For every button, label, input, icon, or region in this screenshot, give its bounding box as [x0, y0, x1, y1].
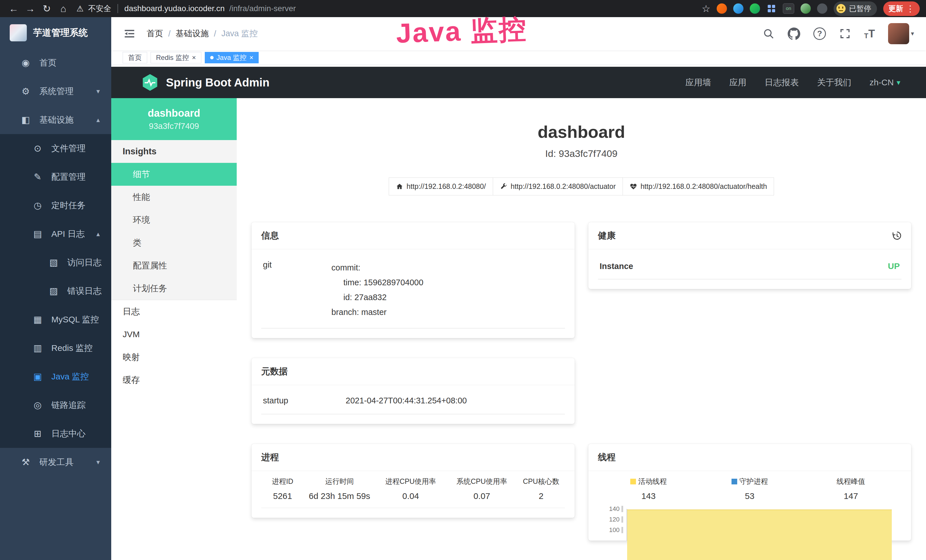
y-tick: 120 [609, 516, 623, 523]
service-url-button[interactable]: http://192.168.0.2:48080/ [389, 177, 493, 195]
breadcrumb-home[interactable]: 首页 [147, 28, 163, 39]
tools-icon: ⚒ [20, 457, 31, 468]
instance-id: 93a3fc7f7409 [149, 121, 199, 131]
sidebar-item-infra[interactable]: ◧ 基础设施 ▴ [0, 106, 111, 134]
metadata-card: 元数据 startup 2021-04-27T00:44:31.254+08:0… [251, 358, 575, 424]
infrastructure-icon: ◧ [20, 114, 31, 125]
warning-icon: ⚠ [76, 4, 83, 14]
sidebar-item-file-management[interactable]: ⊙ 文件管理 [0, 134, 111, 163]
help-icon[interactable]: ? [813, 27, 826, 40]
instance-links: http://192.168.0.2:48080/ http://192.168… [251, 177, 911, 195]
health-instance-label: Instance [600, 262, 633, 271]
address-bar[interactable]: ⚠ 不安全 dashboard.yudao.iocoder.cn/infra/a… [76, 3, 700, 14]
sba-nav-details[interactable]: 细节 [111, 163, 237, 186]
paused-badge[interactable]: 已暂停 [834, 2, 877, 16]
sidebar-item-api-logs[interactable]: ▤ API 日志 ▴ [0, 219, 111, 248]
log-center-icon: ⊞ [32, 428, 43, 439]
sba-nav-logs[interactable]: 日志 [111, 300, 237, 323]
legend-label: 活动线程 [638, 477, 667, 486]
sidebar-item-redis-monitor[interactable]: ▥ Redis 监控 [0, 334, 111, 362]
home-icon [396, 183, 403, 190]
sidebar-item-scheduled-jobs[interactable]: ◷ 定时任务 [0, 191, 111, 219]
font-size-icon[interactable]: TT [864, 28, 875, 40]
database-icon: ▦ [32, 314, 43, 325]
browser-home-button[interactable]: ⌂ [56, 1, 71, 16]
search-icon[interactable] [763, 28, 775, 40]
extension-on-badge[interactable]: on [783, 3, 794, 14]
sidebar-item-dev-tools[interactable]: ⚒ 研发工具 ▾ [0, 448, 111, 477]
sba-link-applications[interactable]: 应用 [729, 77, 746, 88]
sba-nav-config-props[interactable]: 配置属性 [111, 254, 237, 277]
extension-icon-2[interactable] [733, 3, 743, 14]
sba-nav-caches[interactable]: 缓存 [111, 369, 237, 391]
sidebar-item-label: 首页 [39, 57, 56, 69]
url-path: /infra/admin-server [229, 4, 296, 13]
bookmark-star-icon[interactable]: ☆ [702, 3, 710, 14]
sba-title: Spring Boot Admin [166, 76, 269, 89]
sba-link-journal[interactable]: 日志报表 [764, 77, 799, 88]
sidebar-item-mysql-monitor[interactable]: ▦ MySQL 监控 [0, 305, 111, 334]
app-sidebar: 芋道管理系统 ◉ 首页 ⚙ 系统管理 ▾ ◧ 基础设施 ▴ ⊙ 文件管理 ✎ 配… [0, 17, 111, 560]
fullscreen-icon[interactable] [839, 28, 851, 40]
git-commit-time: time: 1596289704000 [331, 275, 424, 290]
column-header: 系统CPU使用率 [446, 471, 517, 488]
sba-nav-environment[interactable]: 环境 [111, 209, 237, 232]
column-header: CPU核心数 [517, 471, 565, 488]
sidebar-item-java-monitor[interactable]: ▣ Java 监控 [0, 362, 111, 391]
extension-icon-1[interactable] [717, 3, 727, 14]
sidebar-item-tracing[interactable]: ◎ 链路追踪 [0, 391, 111, 419]
reload-button[interactable]: ↻ [39, 1, 54, 16]
tab-home[interactable]: 首页 [123, 52, 147, 64]
sba-content: dashboard Id: 93a3fc7f7409 http://192.16… [237, 98, 926, 560]
github-icon[interactable] [788, 27, 800, 40]
sidebar-item-label: API 日志 [51, 228, 85, 240]
user-menu[interactable]: ▾ [888, 23, 914, 44]
tab-redis-monitor[interactable]: Redis 监控 × [151, 52, 201, 64]
card-title: 健康 [598, 230, 616, 242]
sidebar-item-access-logs[interactable]: ▧ 访问日志 [0, 248, 111, 277]
legend-live: 活动线程 [598, 471, 699, 488]
sba-link-wallboard[interactable]: 应用墙 [685, 77, 711, 88]
update-label: 更新 [888, 4, 903, 14]
clock-icon: ◷ [32, 200, 43, 211]
sidebar-item-label: 文件管理 [51, 143, 86, 154]
sba-nav-mappings[interactable]: 映射 [111, 346, 237, 369]
forward-button[interactable]: → [23, 1, 38, 16]
sidebar-item-log-center[interactable]: ⊞ 日志中心 [0, 419, 111, 448]
top-navbar: 首页 / 基础设施 / Java 监控 Java 监控 ? TT [111, 17, 926, 50]
back-button[interactable]: ← [6, 1, 21, 16]
extension-icon-3[interactable] [750, 3, 760, 14]
hamburger-icon[interactable] [123, 28, 136, 39]
locale-selector[interactable]: zh-CN ▾ [870, 77, 900, 87]
history-icon[interactable] [892, 231, 902, 241]
instance-header[interactable]: dashboard 93a3fc7f7409 [111, 98, 237, 140]
app-logo[interactable]: 芋道管理系统 [0, 17, 111, 48]
sba-nav-metrics[interactable]: 性能 [111, 186, 237, 209]
sba-link-about[interactable]: 关于我们 [817, 77, 851, 88]
extension-grid-icon[interactable] [766, 3, 776, 14]
info-card: 信息 git commit: time: 1596289704000 id: 2… [251, 222, 575, 338]
git-commit-label: commit: [331, 260, 424, 275]
close-icon[interactable]: × [249, 54, 253, 62]
breadcrumb-infra[interactable]: 基础设施 [176, 28, 209, 39]
threads-live-value: 143 [598, 488, 699, 504]
sidebar-item-config-management[interactable]: ✎ 配置管理 [0, 163, 111, 191]
sidebar-item-home[interactable]: ◉ 首页 [0, 48, 111, 77]
extension-icon-5[interactable] [817, 3, 827, 14]
sba-nav-scheduled-tasks[interactable]: 计划任务 [111, 277, 237, 300]
health-url-button[interactable]: http://192.168.0.2:48080/actuator/health [623, 177, 774, 195]
paused-label: 已暂停 [849, 4, 871, 14]
close-icon[interactable]: × [192, 54, 196, 62]
threads-card: 线程 活动线程 守护进程 [589, 444, 911, 540]
menu-dots-icon[interactable]: ⋮ [906, 4, 915, 14]
update-button[interactable]: 更新 ⋮ [883, 2, 920, 16]
extension-icon-4[interactable] [800, 3, 811, 14]
actuator-url-button[interactable]: http://192.168.0.2:48080/actuator [493, 177, 623, 195]
breadcrumb-separator: / [214, 29, 216, 38]
sidebar-item-system[interactable]: ⚙ 系统管理 ▾ [0, 77, 111, 106]
sidebar-item-error-logs[interactable]: ▨ 错误日志 [0, 277, 111, 305]
tab-java-monitor[interactable]: Java 监控 × [205, 52, 259, 64]
sba-nav-classes[interactable]: 类 [111, 232, 237, 254]
sba-nav-jvm[interactable]: JVM [111, 323, 237, 346]
legend-square-yellow [630, 479, 636, 484]
